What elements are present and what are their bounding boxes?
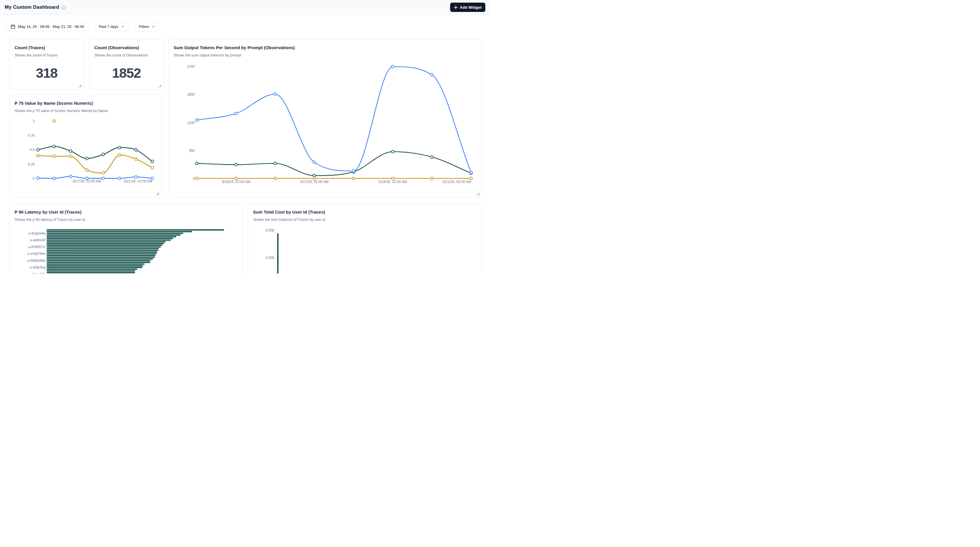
widget-title: P 75 Value by Name (Scores Numeric) [14,101,156,106]
svg-text:u-zVqP3hw: u-zVqP3hw [28,252,46,256]
add-widget-label: Add Widget [460,5,482,10]
chevron-down-icon [152,25,155,28]
widget-title: Sum Total Cost by User Id (Traces) [253,209,477,214]
widget-title: P 90 Latency by User Id (Traces) [14,209,238,214]
svg-text:u-d3qr5cg: u-d3qr5cg [30,265,45,270]
widget-tokens-per-second-chart[interactable]: 22001650110055005/15/25, 02:00 AM5/17/25… [168,39,482,198]
svg-text:5/21/25, 02:00 AM: 5/21/25, 02:00 AM [124,179,152,183]
date-range-picker[interactable]: May 14, 25 : 08:45 - May 21, 25 : 08:45 [6,22,88,31]
svg-text:0.25: 0.25 [28,162,35,166]
count-value: 318 [10,65,84,81]
count-value: 1852 [89,65,163,81]
svg-text:0.75: 0.75 [28,133,35,138]
svg-text:u-8sq2w4a: u-8sq2w4a [28,231,45,235]
svg-text:0.008: 0.008 [266,228,274,233]
resize-handle-icon[interactable] [158,84,161,87]
page-header: My Custom Dashboard Add Widget [0,0,490,15]
svg-text:u-5M8D56k: u-5M8D56k [27,258,46,263]
time-preset-label: Past 7 days [99,24,118,29]
filters-dropdown[interactable]: Filters [135,22,159,31]
chevron-down-icon [121,25,124,28]
svg-text:1: 1 [33,119,35,123]
dashboard-page: My Custom Dashboard Add Widget May 14, 2… [0,0,490,274]
calendar-icon [11,24,16,29]
svg-text:5/17/25, 02:00 AM: 5/17/25, 02:00 AM [73,179,101,183]
time-preset-dropdown[interactable]: Past 7 days [95,22,128,31]
widget-p75-scores-chart[interactable]: 10.750.50.2505/17/25, 02:00 AM5/21/25, 0… [9,95,162,198]
svg-text:2200: 2200 [187,65,195,69]
filter-toolbar: May 14, 25 : 08:45 - May 21, 25 : 08:45 … [6,22,159,31]
resize-handle-icon[interactable] [156,192,159,195]
svg-text:5/15/25, 02:00 AM: 5/15/25, 02:00 AM [222,180,250,184]
svg-text:5/21/25, 02:00 AM: 5/21/25, 02:00 AM [443,180,471,184]
widget-total-cost-chart[interactable]: 0.0080.006 Sum Total Cost by User Id (Tr… [248,203,482,274]
widget-subtitle: Shows the sum totalcost of Traces by use… [253,218,477,222]
widget-title: Count (Traces) [14,45,79,50]
plus-icon [454,6,458,9]
widget-subtitle: Shows the count of Observations [94,53,158,57]
page-title: My Custom Dashboard [5,4,59,10]
svg-text:0: 0 [193,177,195,181]
svg-text:0.006: 0.006 [266,256,274,260]
svg-text:0.5: 0.5 [30,148,35,152]
resize-handle-icon[interactable] [79,84,81,87]
svg-text:u-tFAR5TX: u-tFAR5TX [28,245,45,249]
widget-title: Count (Observations) [94,45,158,50]
widget-subtitle: Shows the sum output tokens/s by prompt [173,53,477,57]
svg-text:5/19/25, 02:00 AM: 5/19/25, 02:00 AM [379,180,407,184]
resize-handle-icon[interactable] [477,193,479,195]
svg-text:u-8fVe9T3: u-8fVe9T3 [29,272,46,274]
widget-count-traces[interactable]: Count (Traces) Shows the count of Traces… [9,39,84,90]
widget-subtitle: Shows the count of Traces [14,53,79,57]
svg-text:550: 550 [189,149,195,153]
svg-text:0: 0 [33,177,35,181]
svg-text:1650: 1650 [187,92,195,97]
svg-text:1100: 1100 [187,121,195,125]
filters-label: Filters [139,24,149,29]
tokens-line-chart: 22001650110055005/15/25, 02:00 AM5/17/25… [169,39,482,198]
widget-subtitle: Shows the p 75 value of Scores Numeric f… [14,109,156,113]
info-icon[interactable] [61,5,66,10]
widget-p90-latency-chart[interactable]: u-8sq2w4au-aobnuxfu-tFAR5TXu-zVqP3hwu-5M… [9,203,243,274]
date-range-label: May 14, 25 : 08:45 - May 21, 25 : 08:45 [18,24,84,29]
widget-count-observations[interactable]: Count (Observations) Shows the count of … [89,39,164,90]
widget-title: Sum Output Tokens Per Second by Prompt (… [173,45,477,50]
add-widget-button[interactable]: Add Widget [450,3,485,12]
svg-text:5/17/25, 02:00 AM: 5/17/25, 02:00 AM [300,180,328,184]
widget-subtitle: Shows the p 90 latency of Traces by user… [14,218,238,222]
svg-text:u-aobnuxf: u-aobnuxf [30,238,46,242]
